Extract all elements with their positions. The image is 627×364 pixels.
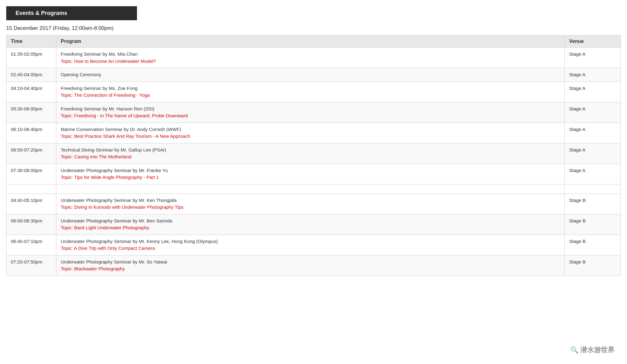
row-venue: Stage B	[565, 194, 621, 214]
table-row: 04:10-04:40pm Freediving Seminar by Ms. …	[7, 82, 621, 102]
col-time: Time	[7, 35, 56, 48]
program-title: Technical Diving Seminar by Mr. Gallup L…	[61, 147, 560, 154]
row-venue: Stage A	[565, 143, 621, 164]
date-line: 15 December 2017 (Friday, 12:00am-8:00pm…	[6, 25, 621, 31]
row-program: Freediving Seminar by Ms. Mia Chan Topic…	[56, 48, 565, 68]
row-venue: Stage A	[565, 48, 621, 68]
table-row: 07:30-08:00pm Underwater Photography Sem…	[7, 164, 621, 184]
table-header-row: Time Program Venue	[7, 35, 621, 48]
row-venue: Stage A	[565, 102, 621, 123]
row-program: Freediving Seminar by Mr. Hanson Ren (SS…	[56, 102, 565, 123]
row-time: 01:35-02:05pm	[7, 48, 56, 68]
program-topic: Topic: Freediving - in The Name of Upwar…	[61, 112, 560, 119]
row-time: 06:10-06:40pm	[7, 123, 56, 143]
table-row: 07:20-07:50pm Underwater Photography Sem…	[7, 255, 621, 276]
table-row: 05:30-06:00pm Freediving Seminar by Mr. …	[7, 102, 621, 123]
program-title: Underwater Photography Seminar by Mr. Be…	[61, 217, 560, 225]
row-time: 05:30-06:00pm	[7, 102, 56, 123]
row-program: Opening Ceremony	[56, 68, 565, 82]
row-time: 02:45-04:00pm	[7, 68, 56, 82]
row-program: Underwater Photography Seminar by Mr. Be…	[56, 214, 565, 235]
table-row: 06:50-07:20pm Technical Diving Seminar b…	[7, 143, 621, 164]
program-title: Opening Ceremony	[61, 71, 560, 78]
program-title: Underwater Photography Seminar by Mr. Fr…	[61, 167, 560, 174]
table-row: 06:40-07:10pm Underwater Photography Sem…	[7, 235, 621, 255]
table-row: 06:00-06:30pm Underwater Photography Sem…	[7, 214, 621, 235]
row-program: Underwater Photography Seminar by Mr. Fr…	[56, 164, 565, 184]
program-title: Underwater Photography Seminar by Mr. Ke…	[61, 238, 560, 245]
col-program: Program	[56, 35, 565, 48]
program-topic: Topic: How to Become An Underwater Model…	[61, 58, 560, 65]
row-time: 04:40-05:10pm	[7, 194, 56, 214]
program-topic: Topic: A Dive Trip with Only Compact Cam…	[61, 245, 560, 252]
row-time: 07:30-08:00pm	[7, 164, 56, 184]
empty-venue	[565, 184, 621, 194]
table-row: 06:10-06:40pm Marine Conservation Semina…	[7, 123, 621, 143]
table-row: 01:35-02:05pm Freediving Seminar by Ms. …	[7, 48, 621, 68]
row-program: Marine Conservation Seminar by Dr. Andy …	[56, 123, 565, 143]
row-program: Technical Diving Seminar by Mr. Gallup L…	[56, 143, 565, 164]
table-row	[7, 184, 621, 194]
program-title: Underwater Photography Seminar by Mr. So…	[61, 259, 560, 266]
row-venue: Stage B	[565, 235, 621, 255]
row-program: Underwater Photography Seminar by Mr. So…	[56, 255, 565, 276]
program-title: Freediving Seminar by Ms. Mia Chan	[61, 51, 560, 58]
program-topic: Topic: Blackwater Photography	[61, 265, 560, 273]
program-topic: Topic: Caving into The Motherland	[61, 153, 560, 161]
events-table: Time Program Venue 01:35-02:05pm Freediv…	[6, 35, 621, 276]
program-title: Freediving Seminar by Mr. Hanson Ren (SS…	[61, 105, 560, 113]
header-title: Events & Programs	[16, 10, 67, 16]
row-program: Freediving Seminar by Ms. Zoe Fong Topic…	[56, 82, 565, 102]
row-time: 06:40-07:10pm	[7, 235, 56, 255]
row-time: 06:50-07:20pm	[7, 143, 56, 164]
table-row: 02:45-04:00pm Opening Ceremony Stage A	[7, 68, 621, 82]
page-header: Events & Programs	[6, 6, 137, 20]
row-time: 04:10-04:40pm	[7, 82, 56, 102]
row-venue: Stage B	[565, 255, 621, 276]
program-topic: Topic: Tips for Wide Angle Photography -…	[61, 174, 560, 181]
row-time: 06:00-06:30pm	[7, 214, 56, 235]
empty-time	[7, 184, 56, 194]
row-program: Underwater Photography Seminar by Mr. Ke…	[56, 194, 565, 214]
row-venue: Stage B	[565, 214, 621, 235]
program-title: Marine Conservation Seminar by Dr. Andy …	[61, 126, 560, 133]
table-row: 04:40-05:10pm Underwater Photography Sem…	[7, 194, 621, 214]
program-title: Freediving Seminar by Ms. Zoe Fong	[61, 85, 560, 92]
program-title: Underwater Photography Seminar by Mr. Ke…	[61, 197, 560, 204]
row-venue: Stage A	[565, 164, 621, 184]
row-program: Underwater Photography Seminar by Mr. Ke…	[56, 235, 565, 255]
row-venue: Stage A	[565, 123, 621, 143]
empty-program	[56, 184, 565, 194]
program-topic: Topic: Diving in Komodo with Underwater …	[61, 204, 560, 211]
row-venue: Stage A	[565, 82, 621, 102]
col-venue: Venue	[565, 35, 621, 48]
row-time: 07:20-07:50pm	[7, 255, 56, 276]
program-topic: Topic: Back Light Underwater Photography	[61, 224, 560, 231]
row-venue: Stage A	[565, 68, 621, 82]
program-topic: Topic: Best Practice Shark And Ray Touri…	[61, 133, 560, 140]
program-topic: Topic: The Connection of Freediving · Yo…	[61, 92, 560, 99]
